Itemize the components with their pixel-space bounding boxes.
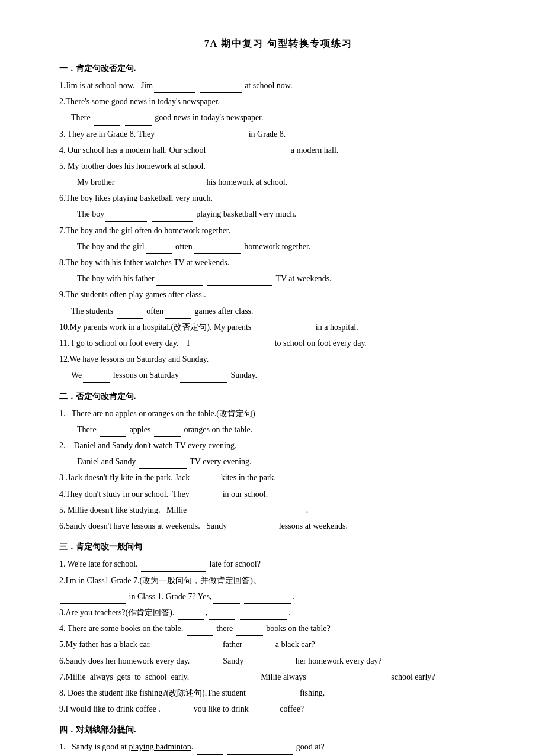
section-4-title: 四．对划线部分提问. bbox=[59, 722, 498, 737]
s2-q3: 3 .Jack doesn't fly kite in the park. Ja… bbox=[59, 470, 498, 485]
s3-q7: 7.Millie always gets to school early. Mi… bbox=[59, 670, 498, 684]
q12-original: 12.We have lessons on Saturday and Sunda… bbox=[59, 352, 498, 366]
q2-original: 2.There's some good news in today's news… bbox=[59, 94, 498, 109]
q7-transform: The boy and the girl often homework toge… bbox=[59, 239, 498, 254]
s2-q4: 4.They don't study in our school. They i… bbox=[59, 487, 498, 501]
q7-original: 7.The boy and the girl often do homework… bbox=[59, 223, 498, 238]
q6-original: 6.The boy likes playing basketball very … bbox=[59, 191, 498, 205]
s3-q5: 5.My father has a black car. father a bl… bbox=[59, 637, 498, 652]
q8-original: 8.The boy with his father watches TV at … bbox=[59, 255, 498, 270]
section-2-title: 二．否定句改肯定句. bbox=[59, 389, 498, 404]
q9-transform: The students often games after class. bbox=[59, 304, 498, 319]
section-2: 二．否定句改肯定句. 1. There are no apples or ora… bbox=[59, 389, 498, 534]
q1-original: 1.Jim is at school now. Jim at school no… bbox=[59, 78, 498, 93]
s3-q6: 6.Sandy does her homework every day. San… bbox=[59, 654, 498, 668]
section-3-title: 三．肯定句改一般问句 bbox=[59, 539, 498, 554]
s2-q5: 5. Millie doesn't like studying. Millie … bbox=[59, 503, 498, 517]
q3: 3. They are in Grade 8. They in Grade 8. bbox=[59, 127, 498, 141]
section-1: 一．肯定句改否定句. 1.Jim is at school now. Jim a… bbox=[59, 61, 498, 383]
s3-q2-transform: in Class 1. Grade 7? Yes, . bbox=[59, 589, 498, 604]
s2-q1-original: 1. There are no apples or oranges on the… bbox=[59, 406, 498, 421]
q10: 10.My parents work in a hospital.(改否定句).… bbox=[59, 320, 498, 334]
s2-q2-transform: Daniel and Sandy TV every evening. bbox=[59, 454, 498, 469]
s3-q9: 9.I would like to drink coffee . you lik… bbox=[59, 702, 498, 716]
s2-q6: 6.Sandy doesn't have lessons at weekends… bbox=[59, 519, 498, 533]
q11: 11. I go to school on foot every day. I … bbox=[59, 336, 498, 350]
s3-q8: 8. Does the student like fishing?(改陈述句).… bbox=[59, 686, 498, 700]
s3-q2-original: 2.I'm in Class1.Grade 7.(改为一般问句，并做肯定回答)。 bbox=[59, 573, 498, 588]
s2-q2-original: 2. Daniel and Sandy don't watch TV every… bbox=[59, 438, 498, 453]
q12-transform: We lessons on Saturday Sunday. bbox=[59, 368, 498, 382]
section-1-title: 一．肯定句改否定句. bbox=[59, 61, 498, 76]
page-title: 7A 期中复习 句型转换专项练习 bbox=[59, 36, 498, 53]
s4-q1: 1. Sandy is good at playing badminton. g… bbox=[59, 739, 498, 754]
q2-transform: There good news in today's newspaper. bbox=[59, 110, 498, 125]
q5-original: 5. My brother does his homework at schoo… bbox=[59, 159, 498, 173]
s3-q1: 1. We're late for school. late for schoo… bbox=[59, 556, 498, 571]
section-4: 四．对划线部分提问. 1. Sandy is good at playing b… bbox=[59, 722, 498, 756]
s3-q3: 3.Are you teachers?(作肯定回答). , . bbox=[59, 605, 498, 620]
q5-transform: My brother his homework at school. bbox=[59, 175, 498, 189]
s2-q1-transform: There apples oranges on the table. bbox=[59, 422, 498, 437]
q8-transform: The boy with his father TV at weekends. bbox=[59, 271, 498, 286]
q9-original: 9.The students often play games after cl… bbox=[59, 287, 498, 302]
section-3: 三．肯定句改一般问句 1. We're late for school. lat… bbox=[59, 539, 498, 716]
s3-q4: 4. There are some books on the table. th… bbox=[59, 621, 498, 636]
q4-original: 4. Our school has a modern hall. Our sch… bbox=[59, 143, 498, 157]
q6-transform: The boy playing basketball very much. bbox=[59, 207, 498, 221]
